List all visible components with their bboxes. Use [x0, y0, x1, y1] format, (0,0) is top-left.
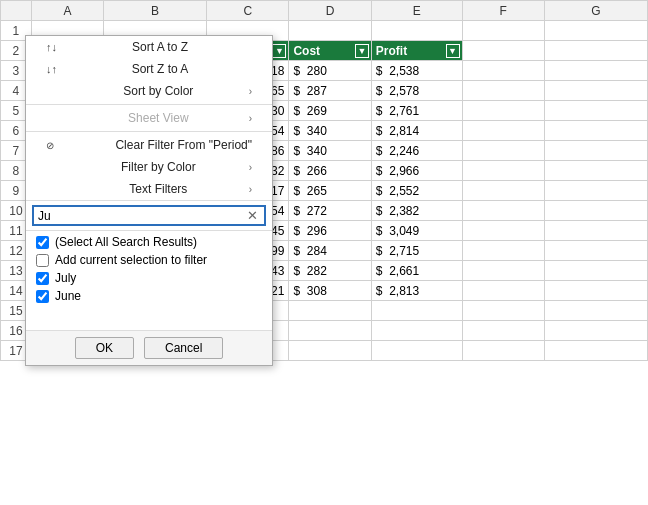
cost-dropdown-btn[interactable]: ▼: [355, 44, 369, 58]
search-input[interactable]: [38, 209, 245, 223]
cell-f11[interactable]: [462, 221, 544, 241]
cell-e16[interactable]: [371, 321, 462, 341]
cell-g7[interactable]: [544, 141, 647, 161]
cell-d14[interactable]: $ 308: [289, 281, 371, 301]
sort-color-label: Sort by Color: [123, 84, 193, 98]
cell-g4[interactable]: [544, 81, 647, 101]
cell-d11[interactable]: $ 296: [289, 221, 371, 241]
cell-e7[interactable]: $ 2,246: [371, 141, 462, 161]
cell-d17[interactable]: [289, 341, 371, 361]
cell-f14[interactable]: [462, 281, 544, 301]
cell-d16[interactable]: [289, 321, 371, 341]
cell-d5[interactable]: $ 269: [289, 101, 371, 121]
cell-e17[interactable]: [371, 341, 462, 361]
cell-g11[interactable]: [544, 221, 647, 241]
cell-e9[interactable]: $ 2,552: [371, 181, 462, 201]
checkbox-july[interactable]: July: [32, 269, 266, 287]
menu-item-sort-color[interactable]: Sort by Color ›: [26, 80, 272, 102]
menu-item-sort-az[interactable]: ↑↓ Sort A to Z: [26, 36, 272, 58]
cell-e8[interactable]: $ 2,966: [371, 161, 462, 181]
checkbox-june[interactable]: June: [32, 287, 266, 305]
cell-e4[interactable]: $ 2,578: [371, 81, 462, 101]
cell-f2[interactable]: [462, 41, 544, 61]
checkbox-june-input[interactable]: [36, 290, 49, 303]
sales-dropdown-btn[interactable]: ▼: [272, 44, 286, 58]
cell-g16[interactable]: [544, 321, 647, 341]
cell-e5[interactable]: $ 2,761: [371, 101, 462, 121]
ok-button[interactable]: OK: [75, 337, 134, 359]
cell-g10[interactable]: [544, 201, 647, 221]
cell-f9[interactable]: [462, 181, 544, 201]
cell-d8[interactable]: $ 266: [289, 161, 371, 181]
checkbox-select-all-input[interactable]: [36, 236, 49, 249]
col-header-a[interactable]: A: [31, 1, 103, 21]
cell-g8[interactable]: [544, 161, 647, 181]
cell-f1[interactable]: [462, 21, 544, 41]
cell-d12[interactable]: $ 284: [289, 241, 371, 261]
cell-g5[interactable]: [544, 101, 647, 121]
cell-e15[interactable]: [371, 301, 462, 321]
cell-d10[interactable]: $ 272: [289, 201, 371, 221]
cell-e3[interactable]: $ 2,538: [371, 61, 462, 81]
cell-f3[interactable]: [462, 61, 544, 81]
menu-item-filter-color[interactable]: Filter by Color ›: [26, 156, 272, 178]
col-header-c[interactable]: C: [207, 1, 289, 21]
cell-e11[interactable]: $ 3,049: [371, 221, 462, 241]
cell-g9[interactable]: [544, 181, 647, 201]
cell-f10[interactable]: [462, 201, 544, 221]
cell-d13[interactable]: $ 282: [289, 261, 371, 281]
cell-f4[interactable]: [462, 81, 544, 101]
cell-e14[interactable]: $ 2,813: [371, 281, 462, 301]
cell-e10[interactable]: $ 2,382: [371, 201, 462, 221]
cell-f16[interactable]: [462, 321, 544, 341]
menu-item-sheet-view[interactable]: Sheet View ›: [26, 107, 272, 129]
cell-d15[interactable]: [289, 301, 371, 321]
cell-g17[interactable]: [544, 341, 647, 361]
cell-e1[interactable]: [371, 21, 462, 41]
cell-g2[interactable]: [544, 41, 647, 61]
cell-d7[interactable]: $ 340: [289, 141, 371, 161]
col-header-d[interactable]: D: [289, 1, 371, 21]
cell-f7[interactable]: [462, 141, 544, 161]
cell-f12[interactable]: [462, 241, 544, 261]
cell-g12[interactable]: [544, 241, 647, 261]
col-header-g[interactable]: G: [544, 1, 647, 21]
cell-d4[interactable]: $ 287: [289, 81, 371, 101]
cell-f8[interactable]: [462, 161, 544, 181]
cell-g15[interactable]: [544, 301, 647, 321]
cell-f6[interactable]: [462, 121, 544, 141]
col-header-b[interactable]: B: [104, 1, 207, 21]
search-clear-button[interactable]: ✕: [245, 208, 260, 223]
cancel-button[interactable]: Cancel: [144, 337, 223, 359]
cell-f15[interactable]: [462, 301, 544, 321]
cell-f5[interactable]: [462, 101, 544, 121]
checkbox-select-all[interactable]: (Select All Search Results): [32, 233, 266, 251]
col-header-e[interactable]: E: [371, 1, 462, 21]
cell-g13[interactable]: [544, 261, 647, 281]
checkbox-select-all-label: (Select All Search Results): [55, 235, 197, 249]
cell-e2-profit[interactable]: Profit ▼: [371, 41, 462, 61]
cell-e12[interactable]: $ 2,715: [371, 241, 462, 261]
menu-item-clear-filter[interactable]: ⊘ Clear Filter From "Period": [26, 134, 272, 156]
cell-g14[interactable]: [544, 281, 647, 301]
cell-g3[interactable]: [544, 61, 647, 81]
menu-item-sort-za[interactable]: ↓↑ Sort Z to A: [26, 58, 272, 80]
cell-d6[interactable]: $ 340: [289, 121, 371, 141]
checkbox-july-input[interactable]: [36, 272, 49, 285]
cell-d1[interactable]: [289, 21, 371, 41]
profit-dropdown-btn[interactable]: ▼: [446, 44, 460, 58]
cell-d3[interactable]: $ 280: [289, 61, 371, 81]
cell-g1[interactable]: [544, 21, 647, 41]
cell-d9[interactable]: $ 265: [289, 181, 371, 201]
cell-d2-cost[interactable]: Cost ▼: [289, 41, 371, 61]
cell-f17[interactable]: [462, 341, 544, 361]
cell-g6[interactable]: [544, 121, 647, 141]
cell-e6[interactable]: $ 2,814: [371, 121, 462, 141]
cell-e13[interactable]: $ 2,661: [371, 261, 462, 281]
cell-f13[interactable]: [462, 261, 544, 281]
menu-item-text-filters[interactable]: Text Filters ›: [26, 178, 272, 200]
checkbox-add-selection-input[interactable]: [36, 254, 49, 267]
col-header-f[interactable]: F: [462, 1, 544, 21]
checkbox-list: (Select All Search Results) Add current …: [26, 230, 272, 330]
checkbox-add-selection[interactable]: Add current selection to filter: [32, 251, 266, 269]
